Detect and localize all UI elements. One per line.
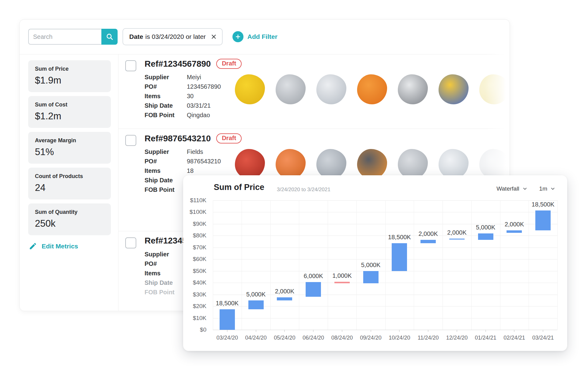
field-label: PO# bbox=[145, 83, 187, 90]
field-label: Ship Date bbox=[145, 279, 187, 286]
x-axis-tick-label: 05/24/20 bbox=[274, 335, 295, 341]
search-icon bbox=[106, 33, 114, 41]
filter-field: Date bbox=[129, 33, 143, 40]
toolbar: Date is 03/24/2020 or later Add Fil bbox=[28, 28, 277, 45]
waterfall-bar bbox=[334, 282, 350, 283]
status-badge: Draft bbox=[216, 133, 242, 143]
chart-interval-dropdown[interactable]: 1m bbox=[539, 185, 556, 192]
field-label: Supplier bbox=[145, 74, 187, 81]
product-image bbox=[476, 71, 510, 108]
y-axis-tick-label: $100K bbox=[183, 209, 206, 215]
chart-plot: 18,500K5,000K2,000K6,000K1,000K5,000K18,… bbox=[213, 200, 557, 330]
order-checkbox[interactable] bbox=[125, 60, 136, 71]
gridline bbox=[356, 200, 357, 330]
x-axis-tick-label: 06/24/20 bbox=[303, 335, 324, 341]
x-axis-tick-label: 08/24/20 bbox=[331, 335, 353, 341]
waterfall-bar bbox=[277, 297, 292, 300]
waterfall-bar bbox=[507, 230, 522, 233]
x-axis-tick bbox=[485, 330, 486, 332]
field-label: Supplier bbox=[145, 148, 187, 155]
product-image bbox=[272, 71, 309, 108]
metrics-sidebar: Sum of Price $1.9m Sum of Cost $1.2m Ave… bbox=[28, 60, 111, 235]
y-axis-tick-label: $0 bbox=[183, 326, 206, 333]
y-axis-tick-label: $20K bbox=[183, 303, 206, 310]
metric-value: 51% bbox=[35, 147, 104, 158]
gridline bbox=[385, 200, 386, 330]
x-axis-tick-label: 12/24/20 bbox=[446, 335, 468, 341]
x-axis-tick-label: 03/24/21 bbox=[532, 335, 554, 341]
chevron-down-icon bbox=[550, 186, 556, 192]
bar-value-label: 2,000K bbox=[275, 288, 294, 295]
chart-title: Sum of Price bbox=[214, 183, 264, 192]
search-input[interactable] bbox=[28, 29, 101, 45]
x-axis-tick bbox=[285, 330, 285, 332]
add-filter-button[interactable]: Add Filter bbox=[232, 31, 277, 42]
gridline bbox=[443, 200, 443, 330]
waterfall-bar bbox=[535, 210, 551, 230]
bar-value-label: 5,000K bbox=[361, 262, 380, 269]
x-axis-tick-label: 10/24/20 bbox=[389, 335, 410, 341]
gridline bbox=[328, 200, 328, 330]
x-axis-tick bbox=[313, 330, 314, 332]
product-image bbox=[353, 71, 391, 108]
chevron-down-icon bbox=[522, 186, 528, 192]
metric-label: Sum of Price bbox=[35, 66, 104, 72]
field-label: Ship Date bbox=[145, 102, 187, 109]
metric-value: 250k bbox=[35, 218, 104, 229]
waterfall-bar bbox=[420, 240, 436, 244]
x-axis-tick bbox=[371, 330, 371, 332]
order-fields: Supplier PO# Items Ship Date FOB bbox=[145, 251, 187, 296]
remove-filter-button[interactable] bbox=[210, 33, 217, 40]
metric-value: $1.9m bbox=[35, 75, 104, 86]
gridline bbox=[471, 200, 472, 330]
y-axis-tick-label: $60K bbox=[183, 256, 206, 262]
field-label: Items bbox=[145, 93, 187, 100]
metric-label: Sum of Quantity bbox=[35, 209, 104, 215]
page: Date is 03/24/2020 or later Add Fil bbox=[0, 0, 588, 372]
field-value: Fields bbox=[187, 148, 221, 155]
order-ref[interactable]: Ref#12345 bbox=[145, 236, 187, 246]
order-ref[interactable]: Ref#9876543210 bbox=[145, 134, 211, 143]
metric-card: Average Margin 51% bbox=[28, 132, 111, 164]
gridline bbox=[213, 200, 213, 330]
y-axis-tick-label: $80K bbox=[183, 232, 206, 239]
x-axis-tick-label: 11/24/20 bbox=[418, 335, 439, 341]
gridline bbox=[529, 200, 529, 330]
field-label: PO# bbox=[145, 260, 187, 267]
chart-panel: Sum of Price 3/24/2020 to 3/24/2021 Wate… bbox=[183, 175, 567, 351]
field-label: Items bbox=[145, 167, 187, 174]
product-image bbox=[435, 71, 472, 108]
y-axis-tick-label: $10K bbox=[183, 315, 206, 322]
filter-chip[interactable]: Date is 03/24/2020 or later bbox=[123, 28, 223, 45]
order-ref[interactable]: Ref#1234567890 bbox=[145, 59, 211, 69]
x-axis-tick-label: 04/24/20 bbox=[245, 335, 267, 341]
field-label: Supplier bbox=[145, 251, 187, 258]
edit-metrics-button[interactable]: Edit Metrics bbox=[29, 242, 78, 250]
bar-value-label: 5,000K bbox=[476, 224, 495, 231]
metric-value: $1.2m bbox=[35, 111, 104, 122]
x-axis-tick-label: 02/24/21 bbox=[503, 335, 525, 341]
field-value: Qingdao bbox=[187, 112, 221, 119]
field-label: FOB Point bbox=[145, 289, 187, 296]
metric-label: Sum of Cost bbox=[35, 102, 104, 108]
x-axis-tick bbox=[227, 330, 227, 332]
y-axis-tick-label: $70K bbox=[183, 244, 206, 251]
gridline bbox=[270, 200, 271, 330]
add-filter-label: Add Filter bbox=[247, 33, 277, 40]
y-axis-tick-label: $50K bbox=[183, 268, 206, 274]
gridline bbox=[557, 200, 558, 330]
field-value: 18 bbox=[187, 167, 221, 174]
order-checkbox[interactable] bbox=[125, 237, 136, 248]
bar-value-label: 5,000K bbox=[246, 291, 266, 298]
order-fields: Supplier Meiyi PO# 1234567890 Items 30 S… bbox=[145, 74, 221, 119]
plus-icon bbox=[232, 31, 243, 42]
waterfall-bar bbox=[220, 309, 235, 330]
pencil-icon bbox=[29, 242, 37, 250]
product-image bbox=[231, 71, 269, 108]
product-image bbox=[313, 71, 350, 108]
field-value: 9876543210 bbox=[187, 158, 221, 165]
field-label: FOB Point bbox=[145, 186, 187, 193]
search-button[interactable] bbox=[101, 29, 118, 45]
chart-type-dropdown[interactable]: Waterfall bbox=[496, 185, 527, 192]
order-checkbox[interactable] bbox=[125, 135, 136, 146]
